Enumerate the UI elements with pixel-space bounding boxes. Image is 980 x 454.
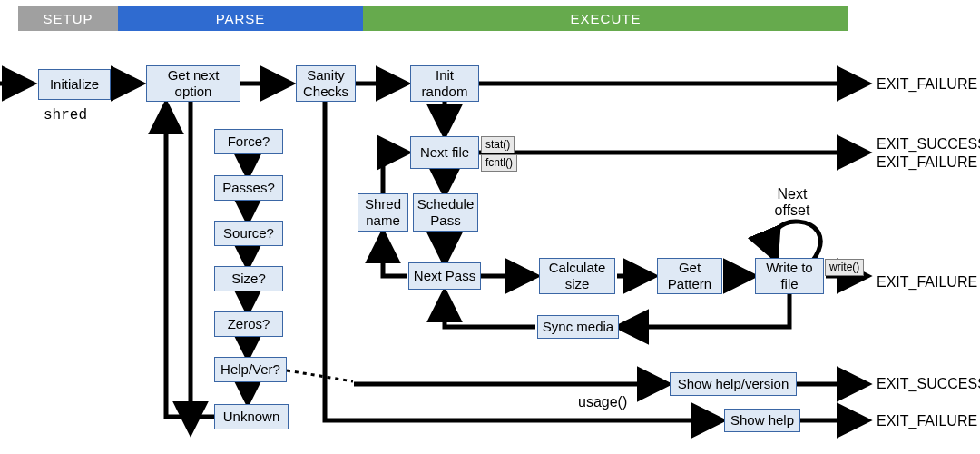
node-calc-size: Calculate size (539, 258, 615, 294)
node-helpver: Help/Ver? (214, 357, 287, 382)
node-get-pattern: Get Pattern (657, 258, 722, 294)
tag-write: write() (825, 259, 864, 276)
label-next-offset: Next offset (760, 186, 824, 219)
node-schedule-pass: Schedule Pass (413, 193, 478, 232)
label-usage: usage() (578, 394, 627, 410)
node-write-file: Write to file (755, 258, 824, 294)
tag-stat: stat() (481, 136, 514, 153)
node-sanity-checks: Sanity Checks (296, 65, 356, 102)
node-init-random: Init random (410, 65, 479, 102)
node-get-next-option: Get next option (146, 65, 240, 102)
tag-fcntl: fcntl() (481, 154, 517, 172)
node-initialize: Initialize (38, 69, 111, 100)
exit-helpver: EXIT_SUCCESS (877, 376, 980, 392)
exit-nextfile-s: EXIT_SUCCESS (877, 136, 980, 153)
label-command: shred (44, 107, 87, 123)
exit-init-random: EXIT_FAILURE (877, 76, 977, 93)
svg-line-23 (287, 370, 353, 381)
node-passes: Passes? (214, 175, 283, 201)
node-size: Size? (214, 266, 283, 291)
exit-write: EXIT_FAILURE (877, 274, 977, 291)
node-shred-name: Shred name (358, 193, 408, 232)
node-show-help: Show help (724, 409, 800, 432)
node-next-pass: Next Pass (408, 262, 481, 290)
node-show-help-version: Show help/version (670, 372, 797, 396)
exit-unknown: EXIT_FAILURE (877, 413, 977, 429)
node-zeros: Zeros? (214, 311, 283, 337)
node-sync-media: Sync media (537, 315, 619, 339)
node-source: Source? (214, 221, 283, 246)
node-unknown: Unknown (214, 404, 289, 429)
exit-nextfile-f: EXIT_FAILURE (877, 154, 977, 171)
node-force: Force? (214, 129, 283, 154)
node-next-file: Next file (410, 136, 479, 169)
